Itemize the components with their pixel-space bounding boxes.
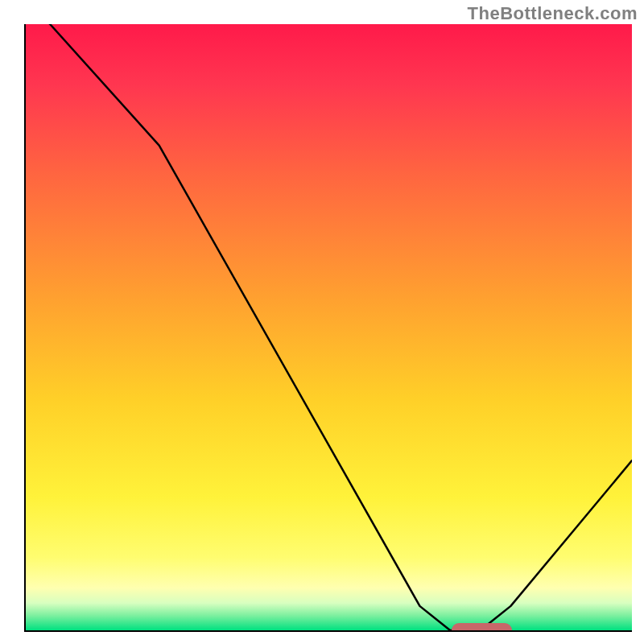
chart-optimal-marker — [452, 623, 513, 632]
watermark-text: TheBottleneck.com — [468, 3, 638, 24]
chart-bottleneck-curve — [26, 24, 632, 630]
chart-plot-area — [24, 24, 632, 632]
